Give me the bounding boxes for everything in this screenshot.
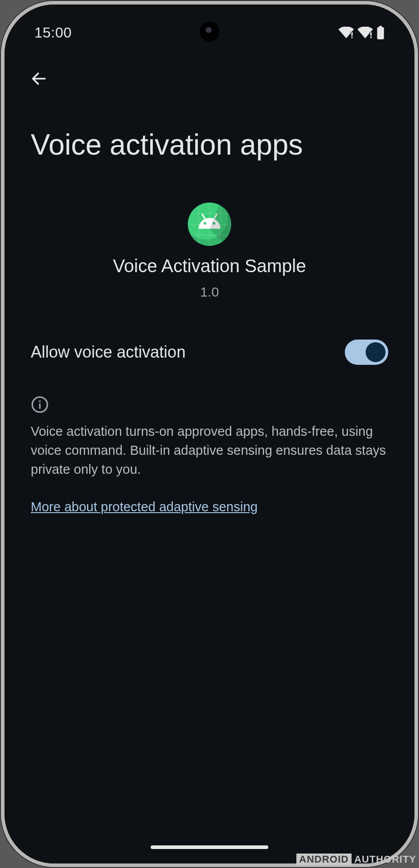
allow-voice-activation-row[interactable]: Allow voice activation [31, 331, 388, 373]
app-version: 1.0 [200, 284, 219, 300]
app-header: Voice Activation Sample 1.0 [31, 203, 388, 300]
svg-point-17 [204, 222, 206, 225]
svg-rect-4 [370, 32, 371, 36]
app-name: Voice Activation Sample [113, 256, 306, 276]
watermark: ANDROID AUTHORITY [296, 854, 416, 865]
toggle-thumb [366, 342, 386, 362]
gesture-nav-bar[interactable] [151, 845, 268, 849]
watermark-brand-b: AUTHORITY [354, 854, 416, 865]
status-icons-right [338, 26, 385, 39]
allow-voice-activation-toggle[interactable] [345, 340, 388, 365]
arrow-back-icon [30, 70, 48, 88]
svg-rect-6 [379, 26, 382, 27]
svg-line-15 [202, 214, 205, 219]
svg-rect-21 [39, 400, 40, 402]
app-bar [11, 61, 408, 97]
svg-rect-1 [351, 32, 352, 36]
svg-rect-20 [39, 403, 40, 409]
wifi-alert-icon [338, 27, 354, 38]
wifi-alert-icon [357, 27, 373, 38]
learn-more-link[interactable]: More about protected adaptive sensing [31, 500, 257, 514]
svg-rect-7 [377, 27, 384, 39]
svg-rect-2 [351, 37, 352, 38]
status-time: 15:00 [34, 24, 72, 41]
screen: 15:00 [11, 11, 408, 857]
battery-icon [376, 26, 385, 39]
info-text: Voice activation turns-on approved apps,… [31, 422, 388, 479]
watermark-brand-a: ANDROID [296, 854, 352, 865]
content: Voice activation apps [11, 128, 408, 857]
app-icon [188, 203, 231, 246]
front-camera [201, 24, 218, 40]
svg-rect-5 [370, 37, 371, 38]
page-title: Voice activation apps [31, 128, 388, 162]
setting-label: Allow voice activation [31, 343, 186, 362]
phone-bezel: 15:00 [5, 5, 414, 863]
back-button[interactable] [26, 66, 52, 91]
info-icon [31, 396, 49, 414]
android-icon [188, 203, 231, 246]
phone-frame: 15:00 [0, 0, 419, 868]
